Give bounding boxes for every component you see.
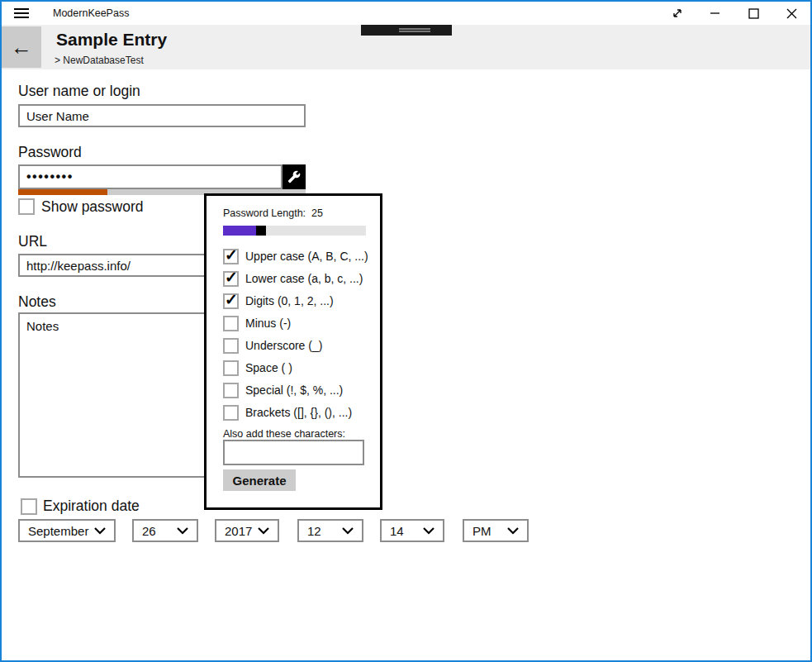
chevron-down-icon	[507, 527, 519, 535]
show-password-checkbox[interactable]: ✓	[18, 198, 35, 215]
checkmark-icon: ✓	[225, 247, 238, 263]
chevron-down-icon	[342, 527, 354, 535]
password-generator-popup: Password Length: 25 ✓ Upper case (A, B, …	[204, 193, 382, 510]
breadcrumb: > NewDatabaseTest	[55, 55, 144, 66]
back-button[interactable]: ←	[2, 26, 41, 68]
slider-thumb[interactable]	[256, 226, 266, 236]
fullscreen-button[interactable]	[658, 2, 696, 25]
username-value: User Name	[26, 109, 89, 123]
also-add-label: Also add these characters:	[223, 428, 345, 440]
brackets-checkbox[interactable]: ✓	[223, 405, 239, 421]
generator-option-special[interactable]: ✓ Special (!, $, %, ...)	[223, 383, 372, 399]
password-strength-fill	[18, 189, 107, 195]
notes-value: Notes	[26, 319, 59, 333]
hamburger-menu-icon[interactable]	[14, 8, 29, 20]
password-input[interactable]: ••••••••	[18, 164, 283, 189]
username-label: User name or login	[18, 83, 140, 100]
generator-option-uppercase[interactable]: ✓ Upper case (A, B, C, ...)	[223, 249, 372, 265]
also-add-input[interactable]	[223, 440, 364, 465]
day-dropdown[interactable]: 26	[132, 519, 198, 542]
url-label: URL	[18, 233, 47, 250]
password-length-label: Password Length: 25	[223, 207, 323, 219]
page-title: Sample Entry	[56, 30, 167, 50]
chevron-down-icon	[258, 527, 269, 535]
password-length-value: 25	[311, 207, 323, 219]
show-password-label: Show password	[41, 198, 144, 216]
app-window: ModernKeePass ← Sample Entry > New	[0, 0, 812, 662]
maximize-icon	[748, 8, 759, 19]
lowercase-checkbox[interactable]: ✓	[223, 271, 239, 287]
space-checkbox[interactable]: ✓	[223, 360, 239, 376]
title-bar: ModernKeePass	[2, 2, 810, 25]
hour-value: 12	[307, 524, 321, 538]
password-label: Password	[18, 144, 82, 161]
chevron-down-icon	[94, 527, 106, 535]
password-length-slider[interactable]	[223, 226, 366, 236]
ampm-dropdown[interactable]: PM	[463, 519, 529, 542]
slider-fill	[223, 226, 256, 236]
chevron-down-icon	[423, 527, 434, 535]
maximize-button[interactable]	[734, 2, 772, 25]
option-label: Upper case (A, B, C, ...)	[245, 250, 368, 263]
year-value: 2017	[225, 524, 252, 538]
chevron-down-icon	[177, 527, 188, 535]
ampm-value: PM	[472, 524, 491, 538]
option-label: Underscore (_)	[245, 339, 322, 352]
password-length-text: Password Length:	[223, 207, 306, 219]
generator-option-space[interactable]: ✓ Space ( )	[223, 360, 372, 377]
generator-option-digits[interactable]: ✓ Digits (0, 1, 2, ...)	[223, 293, 372, 310]
password-generator-button[interactable]	[283, 164, 306, 189]
fullscreen-icon	[671, 7, 684, 20]
year-dropdown[interactable]: 2017	[215, 519, 279, 542]
minute-value: 14	[390, 524, 404, 538]
digits-checkbox[interactable]: ✓	[223, 293, 239, 309]
app-title: ModernKeePass	[53, 2, 129, 25]
minus-checkbox[interactable]: ✓	[223, 316, 239, 331]
month-dropdown[interactable]: September	[18, 519, 116, 542]
notes-label: Notes	[18, 293, 56, 311]
wrench-icon	[287, 170, 301, 183]
close-button[interactable]	[772, 2, 810, 25]
hour-dropdown[interactable]: 12	[297, 519, 363, 542]
option-label: Special (!, $, %, ...)	[245, 383, 343, 397]
uppercase-checkbox[interactable]: ✓	[223, 249, 239, 264]
generator-option-minus[interactable]: ✓ Minus (-)	[223, 316, 372, 332]
url-value: http://keepass.info/	[26, 259, 131, 273]
option-label: Minus (-)	[245, 317, 291, 330]
expiration-label: Expiration date	[43, 498, 140, 515]
month-value: September	[28, 524, 88, 538]
password-value: ••••••••	[26, 169, 74, 184]
minimize-button[interactable]	[696, 2, 734, 25]
option-label: Brackets ([], {}, (), ...)	[245, 406, 352, 419]
day-value: 26	[142, 524, 156, 538]
minute-dropdown[interactable]: 14	[380, 519, 444, 542]
generate-button[interactable]: Generate	[223, 469, 296, 491]
floating-toolbar-handle[interactable]	[361, 25, 452, 36]
username-input[interactable]: User Name	[18, 104, 306, 127]
grip-icon	[399, 28, 430, 33]
option-label: Space ( )	[245, 361, 292, 374]
option-label: Lower case (a, b, c, ...)	[245, 272, 363, 285]
back-arrow-icon: ←	[11, 36, 32, 58]
checkmark-icon: ✓	[225, 292, 238, 307]
generator-option-lowercase[interactable]: ✓ Lower case (a, b, c, ...)	[223, 271, 372, 288]
expiration-checkbox[interactable]: ✓	[21, 498, 37, 515]
generator-option-brackets[interactable]: ✓ Brackets ([], {}, (), ...)	[223, 405, 372, 421]
checkmark-icon: ✓	[225, 269, 238, 285]
special-checkbox[interactable]: ✓	[223, 383, 239, 398]
minimize-icon	[710, 8, 720, 18]
generator-option-underscore[interactable]: ✓ Underscore (_)	[223, 338, 372, 355]
close-icon	[786, 8, 797, 19]
underscore-checkbox[interactable]: ✓	[223, 338, 239, 354]
option-label: Digits (0, 1, 2, ...)	[245, 294, 334, 307]
